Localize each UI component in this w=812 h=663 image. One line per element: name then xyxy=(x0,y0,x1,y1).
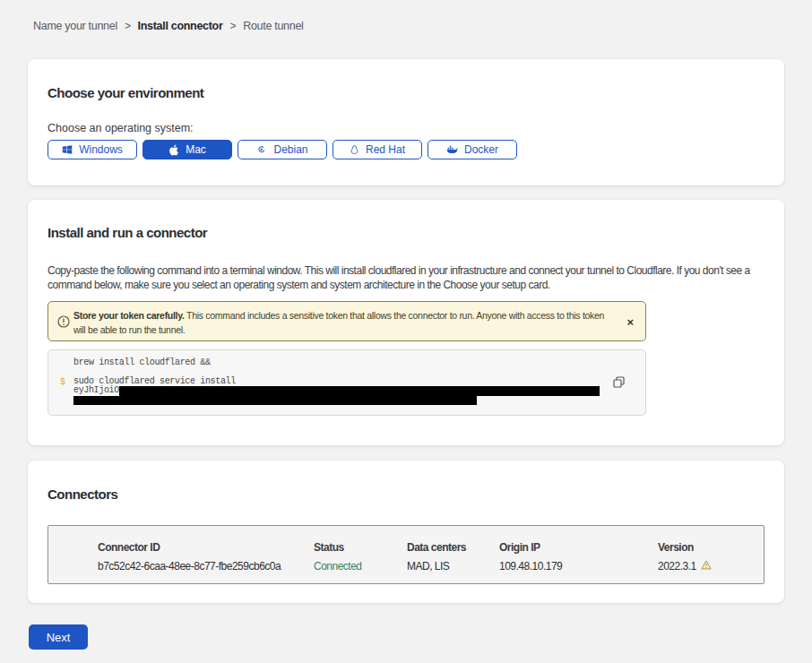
os-button-docker[interactable]: Docker xyxy=(428,140,517,159)
connectors-table-header: Connector ID Status Data centers Origin … xyxy=(98,541,764,554)
os-button-mac[interactable]: Mac xyxy=(143,140,232,159)
docker-icon xyxy=(446,145,458,155)
token-warning-bold: Store your token carefully. xyxy=(73,310,185,321)
breadcrumb-separator: > xyxy=(125,20,131,32)
install-connector-card: Install and run a connector Copy-paste t… xyxy=(28,200,784,445)
column-version: Version xyxy=(658,541,764,554)
breadcrumb: Name your tunnel > Install connector > R… xyxy=(28,0,784,32)
tunnel-setup-page: Name your tunnel > Install connector > R… xyxy=(0,0,812,603)
connector-description: Copy-paste the following command into a … xyxy=(48,263,764,292)
breadcrumb-install-connector[interactable]: Install connector xyxy=(138,20,223,32)
connector-id-value: b7c52c42-6caa-48ee-8c77-fbe259cb6c0a xyxy=(98,560,314,573)
os-button-redhat[interactable]: Red Hat xyxy=(333,140,422,159)
connectors-table: Connector ID Status Data centers Origin … xyxy=(48,525,764,584)
os-button-label: Red Hat xyxy=(366,143,405,156)
next-button[interactable]: Next xyxy=(29,624,88,650)
environment-card-title: Choose your environment xyxy=(48,85,764,100)
connector-card-title: Install and run a connector xyxy=(48,225,764,240)
close-icon[interactable]: × xyxy=(626,315,634,327)
os-button-windows[interactable]: Windows xyxy=(48,140,137,159)
redacted-token-bar xyxy=(119,386,600,396)
os-button-debian[interactable]: Debian xyxy=(238,140,327,159)
os-select-label: Choose an operating system: xyxy=(48,122,764,134)
breadcrumb-name-your-tunnel[interactable]: Name your tunnel xyxy=(33,20,117,32)
data-centers-value: MAD, LIS xyxy=(407,560,499,573)
install-command-code-block[interactable]: $ brew install cloudflared && sudo cloud… xyxy=(48,349,646,416)
os-button-label: Mac xyxy=(186,143,206,156)
os-button-label: Debian xyxy=(273,143,307,156)
choose-environment-card: Choose your environment Choose an operat… xyxy=(28,59,784,185)
connectors-card: Connectors Connector ID Status Data cent… xyxy=(28,461,784,603)
connector-row: b7c52c42-6caa-48ee-8c77-fbe259cb6c0a Con… xyxy=(98,560,764,573)
status-badge: Connected xyxy=(314,560,407,573)
code-line-blank xyxy=(73,367,645,377)
windows-icon xyxy=(62,144,73,155)
column-origin-ip: Origin IP xyxy=(499,541,658,554)
code-line-token: eyJhIjoiO xyxy=(73,386,645,396)
terminal-prompt: $ xyxy=(60,377,65,387)
breadcrumb-route-tunnel[interactable]: Route tunnel xyxy=(243,20,303,32)
code-line-token-2 xyxy=(73,396,645,406)
redacted-token-bar xyxy=(73,396,477,406)
code-line-sudo: sudo cloudflared service install xyxy=(73,377,645,387)
os-button-label: Docker xyxy=(464,143,498,156)
apple-icon xyxy=(168,144,179,156)
column-status: Status xyxy=(314,541,407,554)
connectors-card-title: Connectors xyxy=(48,486,764,502)
code-line-brew: brew install cloudflared && xyxy=(73,358,645,368)
version-number: 2022.3.1 xyxy=(658,560,696,573)
breadcrumb-separator: > xyxy=(230,20,237,32)
os-button-label: Windows xyxy=(79,143,123,156)
origin-ip-value: 109.48.10.179 xyxy=(499,560,658,573)
column-data-centers: Data centers xyxy=(407,541,499,554)
token-warning-banner: Store your token carefully. This command… xyxy=(48,301,646,341)
alert-circle-icon xyxy=(57,315,70,332)
warning-triangle-icon xyxy=(701,560,712,573)
token-warning-text: Store your token carefully. This command… xyxy=(73,308,611,337)
redhat-icon xyxy=(350,144,359,156)
version-value: 2022.3.1 xyxy=(658,560,764,573)
debian-icon xyxy=(256,144,267,155)
copy-icon[interactable] xyxy=(613,376,625,388)
install-command-text: brew install cloudflared && sudo cloudfl… xyxy=(73,358,645,406)
column-connector-id: Connector ID xyxy=(98,541,314,554)
os-button-group: Windows Mac Debian Red Hat xyxy=(48,140,764,159)
